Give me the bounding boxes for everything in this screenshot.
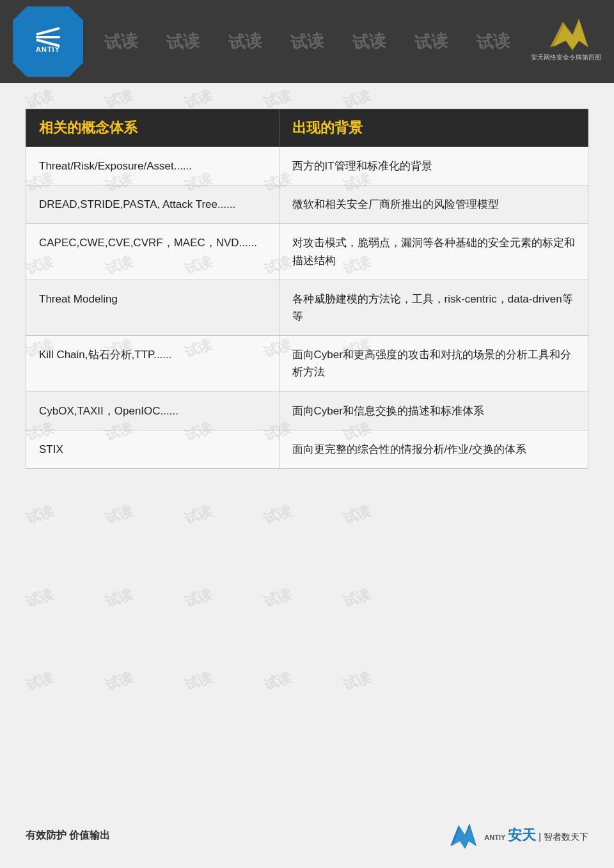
wm-item-32: 试读 xyxy=(102,584,136,612)
cell-row1-col2: 西方的IT管理和标准化的背景 xyxy=(279,147,588,185)
wm-row-7: 试读 试读 试读 试读 试读 xyxy=(0,582,614,614)
wm-item-38: 试读 xyxy=(182,667,215,695)
cell-row4-col1: Threat Modeling xyxy=(26,280,279,335)
header-watermarks: 试读 试读 试读 试读 试读 试读 试读 xyxy=(0,0,614,83)
wm-item-29: 试读 xyxy=(261,501,294,528)
header-wm-6: 试读 xyxy=(414,29,449,54)
header-right-logo: 安天网络安全令牌第四图 xyxy=(528,6,604,70)
header-wm-5: 试读 xyxy=(352,29,387,54)
main-content: 相关的概念体系 出现的背景 Threat/Risk/Exposure/Asset… xyxy=(0,83,614,488)
cell-row2-col1: DREAD,STRIDE,PASTA, Attack Tree...... xyxy=(26,185,279,224)
cell-row5-col2: 面向Cyber和更高强度的攻击和对抗的场景的分析工具和分析方法 xyxy=(279,336,588,391)
wm-item-30: 试读 xyxy=(340,501,374,528)
wm-item-26: 试读 xyxy=(23,501,56,528)
logo-line-2 xyxy=(36,36,60,38)
table-row: STIX 面向更完整的综合性的情报分析/作业/交换的体系 xyxy=(26,430,588,468)
footer-logo-icon xyxy=(447,822,479,849)
main-table: 相关的概念体系 出现的背景 Threat/Risk/Exposure/Asset… xyxy=(26,109,588,469)
logo-lines xyxy=(36,30,60,44)
wm-item-35: 试读 xyxy=(340,584,374,612)
footer-logo-prefix: ANTIY xyxy=(484,833,505,841)
cell-row7-col1: STIX xyxy=(26,430,279,468)
header-logo: ANTIY xyxy=(13,6,83,77)
header-wm-1: 试读 xyxy=(103,29,138,54)
footer-logo-sub: 智者数天下 xyxy=(544,832,588,843)
table-row: Kill Chain,钻石分析,TTP...... 面向Cyber和更高强度的攻… xyxy=(26,336,588,391)
col2-header: 出现的背景 xyxy=(279,109,588,147)
header: ANTIY 试读 试读 试读 试读 试读 试读 试读 安天网络安全令牌第四图 xyxy=(0,0,614,83)
header-wm-3: 试读 xyxy=(227,29,262,54)
right-logo-svg xyxy=(544,15,595,54)
table-body: Threat/Risk/Exposure/Asset...... 西方的IT管理… xyxy=(26,147,588,469)
cell-row3-col2: 对攻击模式，脆弱点，漏洞等各种基础的安全元素的标定和描述结构 xyxy=(279,224,588,280)
footer-left-text: 有效防护 价值输出 xyxy=(26,829,110,842)
cell-row7-col2: 面向更完整的综合性的情报分析/作业/交换的体系 xyxy=(279,430,588,468)
table-row: CybOX,TAXII，OpenIOC...... 面向Cyber和信息交换的描… xyxy=(26,391,588,430)
wm-item-34: 试读 xyxy=(261,584,294,612)
header-wm-4: 试读 xyxy=(290,29,325,54)
table-row: Threat/Risk/Exposure/Asset...... 西方的IT管理… xyxy=(26,147,588,185)
footer-logo-separator: | xyxy=(539,832,541,842)
footer: 有效防护 价值输出 ANTIY 安天 | 智者数天下 xyxy=(0,822,614,849)
wm-item-27: 试读 xyxy=(102,501,136,528)
footer-logo-main: 安天 xyxy=(508,826,536,845)
table-header: 相关的概念体系 出现的背景 xyxy=(26,109,588,147)
wm-item-33: 试读 xyxy=(182,584,215,612)
cell-row3-col1: CAPEC,CWE,CVE,CVRF，MAEC，NVD...... xyxy=(26,224,279,280)
cell-row6-col2: 面向Cyber和信息交换的描述和标准体系 xyxy=(279,391,588,430)
wm-row-8: 试读 试读 试读 试读 试读 xyxy=(0,665,614,697)
wm-item-37: 试读 xyxy=(102,667,136,695)
table-row: Threat Modeling 各种威胁建模的方法论，工具，risk-centr… xyxy=(26,280,588,335)
header-row: 相关的概念体系 出现的背景 xyxy=(26,109,588,147)
footer-logo-texts: ANTIY 安天 | 智者数天下 xyxy=(484,826,588,845)
right-logo-text: 安天网络安全令牌第四图 xyxy=(531,53,601,62)
header-wm-7: 试读 xyxy=(476,29,511,54)
logo-line-1 xyxy=(36,27,60,36)
wm-item-40: 试读 xyxy=(340,667,374,695)
wm-item-31: 试读 xyxy=(23,584,56,612)
cell-row2-col2: 微软和相关安全厂商所推出的风险管理模型 xyxy=(279,185,588,224)
wm-row-6: 试读 试读 试读 试读 试读 xyxy=(0,499,614,531)
wm-item-36: 试读 xyxy=(23,667,56,695)
col1-header: 相关的概念体系 xyxy=(26,109,279,147)
cell-row5-col1: Kill Chain,钻石分析,TTP...... xyxy=(26,336,279,391)
header-wm-2: 试读 xyxy=(165,29,200,54)
table-row: DREAD,STRIDE,PASTA, Attack Tree...... 微软… xyxy=(26,185,588,224)
wm-item-28: 试读 xyxy=(182,501,215,528)
cell-row1-col1: Threat/Risk/Exposure/Asset...... xyxy=(26,147,279,185)
table-row: CAPEC,CWE,CVE,CVRF，MAEC，NVD...... 对攻击模式，… xyxy=(26,224,588,280)
right-logo-icon xyxy=(544,15,588,51)
cell-row6-col1: CybOX,TAXII，OpenIOC...... xyxy=(26,391,279,430)
cell-row4-col2: 各种威胁建模的方法论，工具，risk-centric，data-driven等等 xyxy=(279,280,588,335)
wm-item-39: 试读 xyxy=(261,667,294,695)
footer-logo: ANTIY 安天 | 智者数天下 xyxy=(447,822,588,849)
